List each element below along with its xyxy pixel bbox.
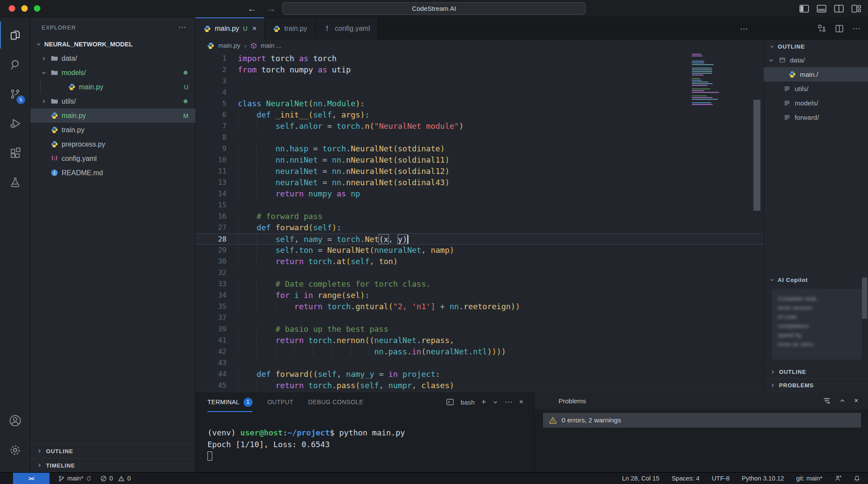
code-line[interactable]: 41 return torch.nernon((neuralNet.repass… xyxy=(195,335,764,346)
git-branch-status[interactable]: main* xyxy=(58,475,92,482)
code-line[interactable]: 30 return torch.at(self, ton) xyxy=(195,256,764,267)
code-line[interactable]: 29 self.ton = NeuralNet(nneuralNet, namp… xyxy=(195,245,764,256)
explorer-item-main-py[interactable]: main.pyU xyxy=(30,80,195,94)
code-line[interactable]: 45 return torch.pass(self, numpr, clases… xyxy=(195,380,764,391)
outline-section-header[interactable]: OUTLINE xyxy=(764,40,868,53)
code-line[interactable]: 7 self.anlor = torch.n("NeuralNet module… xyxy=(195,121,764,132)
code-line[interactable]: 34 for i in range(sel): xyxy=(195,290,764,301)
code-line[interactable]: 6 def _init__(self, args): xyxy=(195,109,764,121)
tab-train-py[interactable]: train.py xyxy=(265,17,315,40)
errors-warnings-status[interactable]: 0 0 xyxy=(100,475,131,482)
tab-output[interactable]: OUTPUT xyxy=(267,392,293,412)
explorer-item-config-yaml[interactable]: config.yaml xyxy=(30,151,195,166)
line-number[interactable]: 13 xyxy=(195,177,238,188)
collapse-panel-icon[interactable] xyxy=(839,398,845,404)
forward-arrow-icon[interactable]: → xyxy=(267,3,276,14)
account-icon[interactable] xyxy=(0,407,30,434)
problems-summary-row[interactable]: 0 errors, 2 warnings xyxy=(543,413,861,428)
remote-indicator[interactable]: >< xyxy=(13,473,49,484)
line-number[interactable]: 34 xyxy=(195,290,238,301)
testing-view-icon[interactable] xyxy=(0,169,30,196)
language-mode[interactable]: Python 3.10.12 xyxy=(742,475,784,482)
code-line[interactable]: 39 # basio up the best pass xyxy=(195,324,764,335)
line-number[interactable]: 6 xyxy=(195,109,238,121)
terminal-output[interactable]: (venv) user@host:~/project$ python main.… xyxy=(195,412,534,462)
line-number[interactable]: 4 xyxy=(195,87,238,98)
maximize-window-button[interactable] xyxy=(34,5,40,12)
line-number[interactable]: 11 xyxy=(195,166,238,177)
code-line[interactable]: 43 xyxy=(195,357,764,369)
line-number[interactable]: 33 xyxy=(195,278,238,290)
breadcrumb-symbol[interactable]: main ... xyxy=(261,42,282,49)
line-number[interactable]: 8 xyxy=(195,132,238,143)
line-number[interactable]: 39 xyxy=(195,324,238,335)
line-number[interactable]: 2 xyxy=(195,64,238,75)
code-line[interactable]: 27 def forward(self): xyxy=(195,222,764,233)
compare-changes-icon[interactable] xyxy=(818,24,826,33)
settings-gear-icon[interactable] xyxy=(0,437,30,464)
line-number[interactable]: 9 xyxy=(195,143,238,154)
line-number[interactable]: 27 xyxy=(195,222,238,233)
code-line[interactable]: 16 # forward pass xyxy=(195,211,764,222)
close-panel-icon[interactable]: × xyxy=(519,398,523,406)
notifications-bell-icon[interactable] xyxy=(854,475,860,482)
line-number[interactable]: 37 xyxy=(195,312,238,324)
code-line[interactable]: 13 neuralNet = nn.nneuralNet(soldinal43) xyxy=(195,177,764,188)
toggle-sidebar-icon[interactable] xyxy=(799,5,809,13)
code-line[interactable]: 1import torch as torch xyxy=(195,53,764,64)
sidebar-section-timeline[interactable]: TIMELINE xyxy=(30,458,195,472)
line-number[interactable]: 42 xyxy=(195,346,238,357)
split-editor-icon[interactable] xyxy=(835,24,844,33)
section-outline-collapsed[interactable]: OUTLINE xyxy=(764,365,868,378)
section-problems-collapsed[interactable]: PROBLEMS xyxy=(764,378,868,392)
ai-copilot-section-header[interactable]: AI Copilot xyxy=(764,273,868,286)
terminal-dropdown-icon[interactable] xyxy=(493,399,498,405)
explorer-item-train-py[interactable]: train.py xyxy=(30,123,195,137)
close-window-button[interactable] xyxy=(9,5,15,12)
line-number[interactable]: 29 xyxy=(195,245,238,256)
search-view-icon[interactable] xyxy=(0,51,30,78)
sidebar-section-outline[interactable]: OUTLINE xyxy=(30,444,195,458)
explorer-item-utils[interactable]: utils/ xyxy=(30,94,195,108)
outline-item-data[interactable]: data/ xyxy=(764,53,868,67)
filter-icon[interactable] xyxy=(823,397,831,405)
extensions-view-icon[interactable] xyxy=(0,140,30,167)
tab-main-py[interactable]: main.pyU× xyxy=(195,17,265,40)
tab-config-yaml[interactable]: !config.yaml xyxy=(316,17,378,40)
line-number[interactable]: 16 xyxy=(195,211,238,222)
code-line[interactable]: 2from torch numpy as utip xyxy=(195,64,764,75)
line-number[interactable]: 10 xyxy=(195,154,238,166)
new-terminal-icon[interactable]: + xyxy=(481,397,486,407)
terminal-more-icon[interactable]: ⋯ xyxy=(505,397,513,407)
code-line[interactable]: 11 neuralNet = nn.nNeuralNet(soldinal12) xyxy=(195,166,764,177)
code-line[interactable]: 4 xyxy=(195,87,764,98)
line-number[interactable]: 5 xyxy=(195,98,238,109)
outline-item-utils[interactable]: utils/ xyxy=(764,82,868,96)
code-line[interactable]: 32 xyxy=(195,267,764,278)
line-number[interactable]: 28 xyxy=(195,234,238,244)
code-line[interactable]: 3 xyxy=(195,75,764,87)
outline-item-forward[interactable]: forward/ xyxy=(764,110,868,124)
line-number[interactable]: 1 xyxy=(195,53,238,64)
explorer-item-main-py[interactable]: main.pyM xyxy=(30,108,195,123)
code-line[interactable]: 33 # Date completes for torch class. xyxy=(195,278,764,290)
encoding[interactable]: UTF-8 xyxy=(712,475,730,482)
minimize-window-button[interactable] xyxy=(21,5,28,12)
indentation[interactable]: Spaces: 4 xyxy=(671,475,700,482)
breadcrumb[interactable]: main.py › main ... xyxy=(195,40,764,51)
minimap[interactable] xyxy=(692,54,743,106)
line-number[interactable]: 30 xyxy=(195,256,238,267)
code-line[interactable]: 9 nn.hasp = torch.NeuralNet(sotdinate) xyxy=(195,143,764,154)
workspace-root-folder[interactable]: NEURAL_NETWORK_MODEL xyxy=(30,37,195,51)
outline-item-main[interactable]: main./ xyxy=(764,67,868,82)
tab-terminal[interactable]: TERMINAL 1 xyxy=(207,392,253,412)
tab-debug-console[interactable]: DEBUG CONSOLE xyxy=(308,392,363,412)
line-number[interactable]: 41 xyxy=(195,335,238,346)
feedback-icon[interactable] xyxy=(835,475,842,482)
tab-more-actions-icon[interactable]: ⋯ xyxy=(740,17,748,40)
line-number[interactable]: 14 xyxy=(195,188,238,199)
line-number[interactable]: 35 xyxy=(195,301,238,312)
line-number[interactable]: 32 xyxy=(195,267,238,278)
code-line[interactable]: 37 xyxy=(195,312,764,324)
code-line[interactable]: 28 self, namy = torch.Net(x, y) xyxy=(195,233,764,245)
